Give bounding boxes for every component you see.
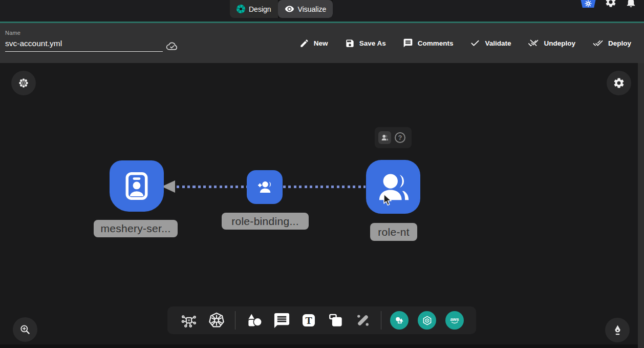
toolbar-actions: New Save As Comments Validate <box>299 23 631 63</box>
help-button[interactable]: ? <box>395 132 405 143</box>
layout-flower-button[interactable] <box>11 71 36 95</box>
note-icon <box>327 311 345 330</box>
tab-visualize[interactable]: Visualize <box>278 0 333 18</box>
node-hover-toolbar: ? <box>375 127 412 148</box>
meshery-logo-icon <box>237 5 245 13</box>
undeploy-label: Undeploy <box>544 39 575 47</box>
node-role-binding[interactable] <box>247 170 283 204</box>
help-glyph: ? <box>398 134 402 141</box>
meshery-design-screen: Design Visualize <box>0 0 644 348</box>
new-button[interactable]: New <box>299 38 328 48</box>
label-service-account: meshery-ser... <box>94 220 178 237</box>
name-field-label: Name <box>5 30 163 36</box>
save-as-label: Save As <box>359 39 386 47</box>
service-account-badge-icon <box>120 169 154 203</box>
mouse-cursor <box>381 193 394 209</box>
toolbar-divider <box>235 311 235 330</box>
tab-design-label: Design <box>249 5 271 13</box>
comments-label: Comments <box>418 39 454 47</box>
comments-button[interactable]: Comments <box>403 38 454 48</box>
top-nav-bar: Design Visualize <box>0 0 644 22</box>
new-label: New <box>314 39 328 47</box>
shapes-group-icon <box>394 315 405 326</box>
pencil-icon <box>299 38 309 48</box>
comment-bubble-icon <box>403 38 413 48</box>
check-icon <box>470 38 480 48</box>
circuit-component-tool[interactable] <box>180 311 198 330</box>
topbar-right-icons <box>580 0 637 11</box>
design-toolbar: Name New Save As Comments <box>0 23 644 63</box>
edge-role-to-rolebinding <box>283 186 366 188</box>
shapes-tool[interactable] <box>244 311 264 330</box>
kubernetes-context-badge-icon[interactable] <box>580 0 596 11</box>
comment-tool[interactable] <box>273 312 291 330</box>
bottom-edge-strip <box>0 344 638 348</box>
design-name-input[interactable] <box>5 38 163 52</box>
aws-tool[interactable]: aws <box>445 311 464 330</box>
svg-text:aws: aws <box>450 317 459 322</box>
undeploy-button[interactable]: Undeploy <box>528 38 575 48</box>
person-group-button[interactable] <box>378 131 391 144</box>
aws-icon: aws <box>448 314 461 327</box>
edge-link-tool[interactable] <box>354 312 372 329</box>
person-group-icon <box>380 133 389 142</box>
design-canvas[interactable]: meshery-ser... role-binding... role-nt ? <box>0 63 638 344</box>
edge-link-icon <box>354 312 372 329</box>
shapes-group-tool[interactable] <box>390 311 409 330</box>
right-edge-strip <box>638 63 644 348</box>
comment-icon <box>273 312 291 330</box>
note-tool[interactable] <box>327 311 345 330</box>
toolbar-divider <box>381 311 381 330</box>
tab-visualize-label: Visualize <box>298 5 327 13</box>
freehand-pen-button[interactable] <box>605 318 630 342</box>
validate-label: Validate <box>485 39 511 47</box>
label-role: role-nt <box>370 223 417 241</box>
kubernetes-tool[interactable] <box>207 311 226 330</box>
canvas-settings-button[interactable] <box>607 71 631 95</box>
double-check-crossed-icon <box>528 38 539 48</box>
hexagon-component-tool[interactable] <box>418 311 436 330</box>
gear-icon <box>613 77 625 89</box>
save-as-button[interactable]: Save As <box>345 38 386 48</box>
design-name-field: Name <box>5 30 163 52</box>
svg-text:T: T <box>305 315 312 326</box>
zoom-in-button[interactable] <box>13 317 37 342</box>
pen-nib-icon <box>611 324 624 337</box>
floppy-disk-icon <box>345 38 355 48</box>
hexagon-component-icon <box>421 315 433 326</box>
edge-rolebinding-to-serviceaccount <box>177 186 247 188</box>
node-service-account[interactable] <box>110 160 164 212</box>
role-binding-person-add-icon <box>254 176 275 198</box>
label-role-binding: role-binding... <box>222 213 309 230</box>
deploy-label: Deploy <box>608 39 631 47</box>
kubernetes-wheel-icon <box>584 0 593 8</box>
zoom-in-icon <box>19 323 31 336</box>
notifications-bell-icon[interactable] <box>625 0 637 10</box>
tab-design[interactable]: Design <box>230 0 278 18</box>
view-tab-group: Design Visualize <box>230 0 333 18</box>
component-toolbar: T <box>167 306 476 334</box>
settings-gear-icon[interactable] <box>605 0 617 10</box>
eye-icon <box>285 4 294 14</box>
cloud-saved-icon <box>165 39 179 54</box>
kubernetes-icon <box>207 311 226 330</box>
text-tool-icon: T <box>300 312 317 329</box>
validate-button[interactable]: Validate <box>470 38 511 48</box>
text-tool[interactable]: T <box>300 312 317 329</box>
flower-asterisk-icon <box>17 77 30 89</box>
double-check-icon <box>592 38 604 48</box>
deploy-button[interactable]: Deploy <box>592 38 631 48</box>
circuit-component-icon <box>180 311 198 330</box>
shapes-icon <box>244 311 264 330</box>
